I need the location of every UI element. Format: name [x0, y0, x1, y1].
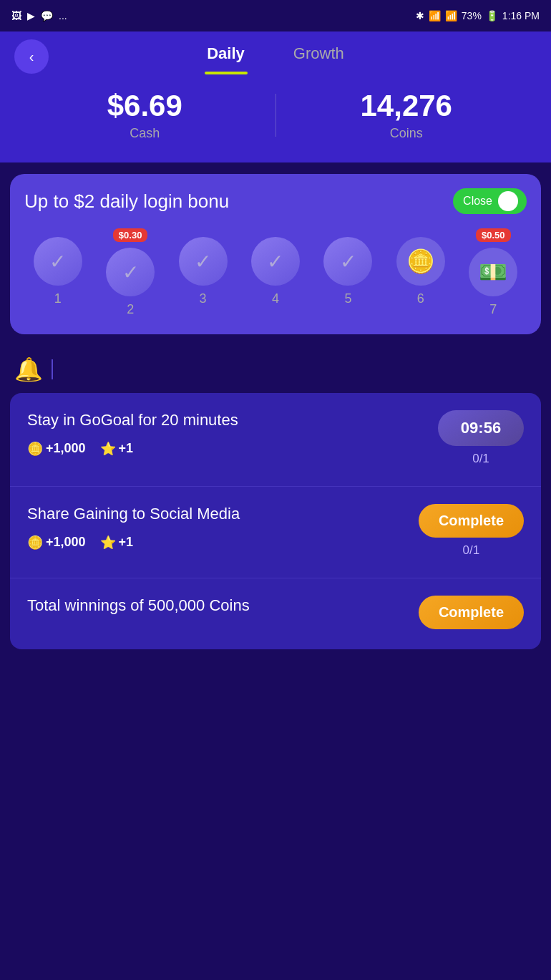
reward-coins-2: 🪙 +1,000 [27, 535, 86, 550]
coins-label: Coins [291, 126, 523, 141]
status-right-info: ✱ 📶 📶 73% 🔋 1:16 PM [416, 10, 540, 21]
day-circle-4: ✓ [251, 237, 300, 286]
cash-stat: $6.69 Cash [29, 89, 261, 141]
task-row-3: Total winnings of 500,000 Coins Complete [27, 596, 524, 629]
toggle-circle [498, 191, 518, 211]
more-icon: ... [59, 10, 67, 21]
wechat-icon: 💬 [41, 10, 53, 21]
youtube-icon: ▶ [27, 10, 35, 21]
day-item-2: $0.30 ✓ 2 [97, 228, 163, 317]
tab-daily[interactable]: Daily [204, 39, 248, 74]
reward-stars-1: ⭐ +1 [100, 441, 134, 457]
day-item-5: ✓ 5 [315, 228, 381, 306]
close-toggle-button[interactable]: Close [453, 188, 527, 214]
checkmark-3: ✓ [195, 250, 211, 273]
day-number-6: 6 [417, 291, 424, 306]
day-circle-6: 🪙 [396, 237, 445, 286]
reward-coins-1: 🪙 +1,000 [27, 441, 86, 457]
login-bonus-card: Up to $2 daily login bonu Close ✓ 1 $0.3… [10, 174, 541, 334]
day-circle-5: ✓ [323, 237, 372, 286]
progress-text-1: 0/1 [472, 452, 489, 466]
checkmark-2: ✓ [122, 261, 139, 284]
checkmark-4: ✓ [267, 250, 283, 273]
battery-icon: 🔋 [486, 10, 498, 21]
close-toggle-label: Close [463, 195, 492, 208]
day-circle-1: ✓ [34, 237, 82, 286]
complete-button-3[interactable]: Complete [419, 596, 524, 629]
day-badge-7: $0.50 [476, 228, 511, 242]
day-circle-3: ✓ [179, 237, 228, 286]
task-title-2: Share Gaining to Social Media [27, 504, 407, 525]
cash-label: Cash [29, 126, 261, 141]
task-title-1: Stay in GoGoal for 20 minutes [27, 410, 426, 431]
coins-value: 14,276 [291, 89, 523, 123]
tab-growth[interactable]: Growth [291, 39, 347, 74]
notification-bar: 🔔 [0, 346, 551, 393]
task-action-1: 09:56 0/1 [438, 410, 524, 466]
day-number-3: 3 [200, 291, 207, 306]
stat-divider [276, 94, 276, 137]
task-info-2: Share Gaining to Social Media 🪙 +1,000 ⭐… [27, 504, 407, 550]
battery-text: 73% [462, 10, 482, 21]
task-action-2: Complete 0/1 [419, 504, 524, 558]
money-icon-7: 💵 [479, 258, 507, 286]
day-item-7: $0.50 💵 7 [460, 228, 527, 317]
day-item-4: ✓ 4 [242, 228, 308, 306]
coin-icon-6: 🪙 [406, 248, 435, 275]
day-number-7: 7 [489, 302, 497, 317]
bell-icon: 🔔 [14, 356, 43, 383]
task-info-3: Total winnings of 500,000 Coins [27, 596, 407, 626]
login-bonus-header: Up to $2 daily login bonu Close [24, 188, 527, 214]
checkmark-1: ✓ [49, 250, 66, 273]
photo-icon: 🖼 [11, 10, 21, 21]
task-card-3: Total winnings of 500,000 Coins Complete [10, 578, 541, 649]
time-display: 1:16 PM [502, 10, 540, 21]
coin-emoji-2: 🪙 [27, 535, 43, 550]
task-title-3: Total winnings of 500,000 Coins [27, 596, 407, 616]
days-row: ✓ 1 $0.30 ✓ 2 ✓ 3 ✓ 4 [24, 228, 527, 317]
day-circle-2: ✓ [106, 248, 155, 296]
complete-button-2[interactable]: Complete [419, 504, 524, 538]
wifi-icon: 📶 [429, 10, 441, 21]
day-item-1: ✓ 1 [24, 228, 91, 306]
timer-button-1[interactable]: 09:56 [438, 410, 524, 446]
task-rewards-2: 🪙 +1,000 ⭐ +1 [27, 535, 407, 550]
tasks-container: Stay in GoGoal for 20 minutes 🪙 +1,000 ⭐… [10, 393, 541, 649]
task-row-1: Stay in GoGoal for 20 minutes 🪙 +1,000 ⭐… [27, 410, 524, 466]
bluetooth-icon: ✱ [416, 10, 424, 21]
login-bonus-title: Up to $2 daily login bonu [24, 190, 229, 213]
notification-divider [52, 359, 53, 379]
day-number-1: 1 [54, 291, 62, 306]
cash-value: $6.69 [29, 89, 261, 123]
checkmark-5: ✓ [340, 250, 356, 273]
task-rewards-1: 🪙 +1,000 ⭐ +1 [27, 441, 426, 457]
stats-section: $6.69 Cash 14,276 Coins [0, 74, 551, 162]
status-bar: 🖼 ▶ 💬 ... ✱ 📶 📶 73% 🔋 1:16 PM [0, 0, 551, 31]
reward-stars-2: ⭐ +1 [100, 535, 134, 550]
day-number-5: 5 [344, 291, 351, 306]
task-card-1: Stay in GoGoal for 20 minutes 🪙 +1,000 ⭐… [10, 393, 541, 487]
day-circle-7: 💵 [469, 248, 517, 296]
star-emoji-2: ⭐ [100, 535, 116, 550]
star-emoji-1: ⭐ [100, 441, 116, 457]
coin-emoji-1: 🪙 [27, 441, 43, 457]
signal-icon: 📶 [445, 10, 457, 21]
day-item-3: ✓ 3 [170, 228, 236, 306]
nav-tabs: Daily Growth [14, 39, 537, 74]
task-action-3: Complete [419, 596, 524, 629]
task-info-1: Stay in GoGoal for 20 minutes 🪙 +1,000 ⭐… [27, 410, 426, 457]
header: ‹ Daily Growth [0, 31, 551, 74]
status-left-icons: 🖼 ▶ 💬 ... [11, 10, 67, 21]
progress-text-2: 0/1 [463, 543, 480, 558]
day-number-2: 2 [127, 302, 134, 317]
day-item-6: 🪙 6 [387, 228, 454, 306]
task-card-2: Share Gaining to Social Media 🪙 +1,000 ⭐… [10, 487, 541, 578]
coins-stat: 14,276 Coins [291, 89, 523, 141]
day-badge-2: $0.30 [113, 228, 148, 242]
day-number-4: 4 [272, 291, 279, 306]
task-row-2: Share Gaining to Social Media 🪙 +1,000 ⭐… [27, 504, 524, 558]
